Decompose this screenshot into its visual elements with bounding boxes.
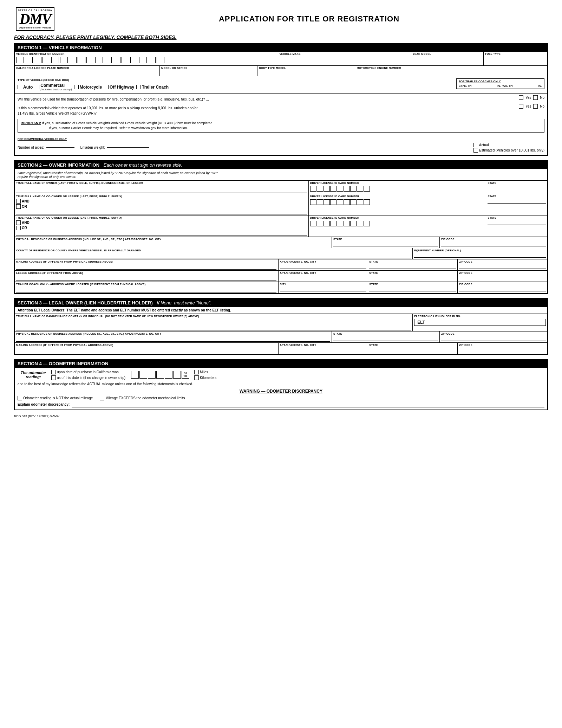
s3-mail-zip-input[interactable]	[459, 347, 546, 352]
plate-input[interactable]	[16, 70, 158, 75]
and2-checkbox[interactable]	[16, 220, 21, 225]
equipment-input[interactable]	[414, 253, 546, 258]
dl-box-9[interactable]	[364, 186, 370, 192]
mailing-zip-input[interactable]	[459, 264, 546, 269]
county-input[interactable]	[16, 253, 411, 258]
year-input[interactable]	[413, 56, 482, 61]
vin-box-12[interactable]	[113, 57, 120, 63]
dl-box-2[interactable]	[317, 186, 323, 192]
as-of-checkbox[interactable]	[51, 375, 56, 380]
dl-box-7[interactable]	[350, 186, 357, 192]
co2-dl-box-8[interactable]	[357, 221, 363, 226]
dl-box-6[interactable]	[344, 186, 350, 192]
trailer-coach-addr-input[interactable]	[16, 288, 276, 292]
addr-state-input[interactable]	[333, 241, 438, 246]
vin-box-13[interactable]	[122, 57, 129, 63]
estimated-checkbox[interactable]	[473, 148, 478, 153]
fuel-input[interactable]	[485, 56, 546, 61]
s3-zip-input[interactable]	[441, 336, 546, 341]
vin-box-5[interactable]	[51, 57, 59, 63]
lessee-state-input[interactable]	[369, 275, 456, 280]
s3-mail-state-input[interactable]	[369, 347, 456, 352]
vin-box-14[interactable]	[130, 57, 138, 63]
vin-box-16[interactable]	[148, 57, 156, 63]
odo-box-6[interactable]	[173, 371, 181, 379]
commercial-no-checkbox[interactable]	[533, 104, 538, 109]
model-input[interactable]	[161, 70, 256, 75]
transport-yes-checkbox[interactable]	[519, 95, 523, 100]
vin-box-7[interactable]	[69, 57, 77, 63]
odo-box-5[interactable]	[165, 371, 172, 379]
vin-box-2[interactable]	[25, 57, 33, 63]
unladen-input[interactable]	[107, 147, 149, 148]
dl-box-1[interactable]	[310, 186, 316, 192]
motorcycle-input[interactable]	[357, 70, 546, 75]
commercial-checkbox[interactable]	[35, 85, 39, 89]
exceeds-checkbox[interactable]	[100, 396, 104, 400]
length-input[interactable]	[473, 86, 495, 86]
co1-dl-box-2[interactable]	[317, 199, 323, 205]
dl-box-8[interactable]	[357, 186, 363, 192]
owner1-name-input[interactable]	[16, 188, 307, 193]
s3-mail-apt-input[interactable]	[280, 347, 367, 352]
co1-dl-box-6[interactable]	[344, 199, 350, 205]
dl-box-4[interactable]	[330, 186, 336, 192]
axle-input[interactable]	[46, 147, 74, 148]
vin-box-6[interactable]	[60, 57, 68, 63]
co2-dl-box-3[interactable]	[324, 221, 330, 226]
vin-box-17[interactable]	[157, 57, 164, 63]
bank-input[interactable]	[16, 326, 411, 330]
co2-dl-box-2[interactable]	[317, 221, 323, 226]
co2-dl-box-7[interactable]	[350, 221, 357, 226]
transport-no-checkbox[interactable]	[533, 95, 538, 100]
make-input[interactable]	[280, 56, 410, 61]
commercial-yes-checkbox[interactable]	[519, 104, 523, 109]
coowner2-state-input[interactable]	[488, 220, 546, 225]
odo-box-2[interactable]	[139, 371, 147, 379]
miles-checkbox[interactable]	[194, 370, 199, 374]
owner1-state-input[interactable]	[488, 185, 546, 190]
lessee-apt-input[interactable]	[280, 275, 367, 280]
or1-checkbox[interactable]	[16, 204, 21, 209]
vin-box-3[interactable]	[34, 57, 41, 63]
co1-dl-box-1[interactable]	[310, 199, 316, 205]
vin-box-9[interactable]	[86, 57, 94, 63]
mailing-input[interactable]	[16, 265, 276, 270]
co1-dl-box-4[interactable]	[330, 199, 336, 205]
co1-dl-box-8[interactable]	[357, 199, 363, 205]
s3-mail-input[interactable]	[16, 348, 276, 353]
motorcycle-checkbox[interactable]	[74, 85, 79, 89]
odo-box-3[interactable]	[148, 371, 156, 379]
km-checkbox[interactable]	[194, 375, 199, 380]
and1-checkbox[interactable]	[16, 199, 21, 204]
trailer-city-input[interactable]	[280, 286, 367, 291]
vin-box-10[interactable]	[95, 57, 103, 63]
coowner1-name-input[interactable]	[16, 210, 307, 214]
mailing-apt-input[interactable]	[280, 264, 367, 269]
trailercoach-checkbox[interactable]	[136, 85, 141, 89]
actual-checkbox[interactable]	[473, 143, 478, 147]
odo-box-4[interactable]	[156, 371, 164, 379]
co1-dl-box-3[interactable]	[324, 199, 330, 205]
lessee-zip-input[interactable]	[459, 275, 546, 280]
vin-box-8[interactable]	[78, 57, 85, 63]
trailer-state-input[interactable]	[369, 286, 456, 291]
lessee-input[interactable]	[16, 276, 276, 281]
odo-box-1[interactable]	[131, 371, 139, 379]
explain-input[interactable]	[72, 402, 544, 407]
trailer-zip-input[interactable]	[459, 286, 546, 291]
mailing-state-input[interactable]	[369, 264, 456, 269]
s3-addr-input[interactable]	[16, 337, 330, 342]
vin-box-1[interactable]	[16, 57, 24, 63]
dl-box-3[interactable]	[324, 186, 330, 192]
coowner1-state-input[interactable]	[488, 199, 546, 204]
coowner2-name-input[interactable]	[16, 231, 307, 236]
upon-date-checkbox[interactable]	[51, 370, 56, 374]
auto-checkbox[interactable]	[18, 85, 22, 89]
body-type-input[interactable]	[259, 70, 353, 75]
s3-state-input[interactable]	[333, 336, 438, 341]
vin-box-4[interactable]	[43, 57, 50, 63]
co1-dl-box-5[interactable]	[337, 199, 343, 205]
co2-dl-box-1[interactable]	[310, 221, 316, 226]
co2-dl-box-4[interactable]	[330, 221, 336, 226]
